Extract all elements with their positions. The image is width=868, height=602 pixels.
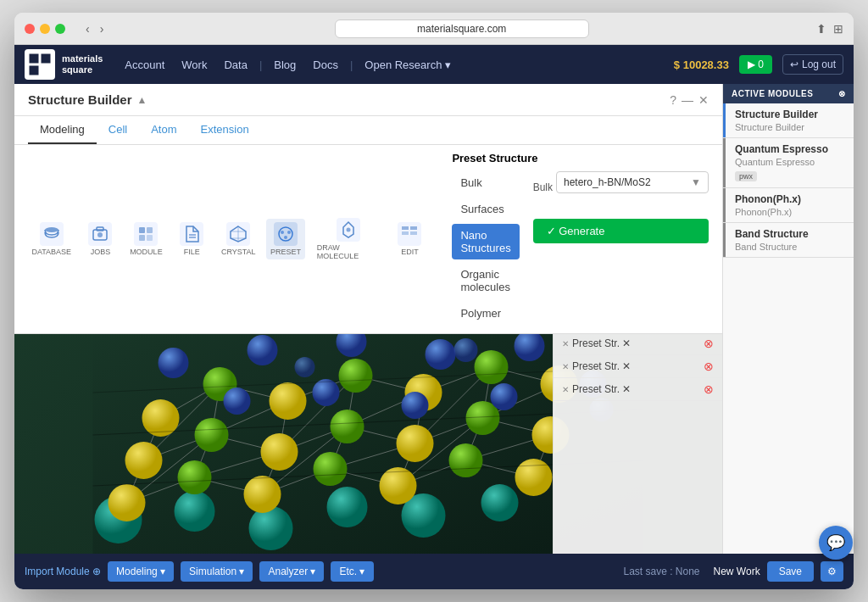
logout-button[interactable]: ↩ Log out [782,54,843,75]
svg-rect-11 [147,235,153,241]
category-bulk[interactable]: Bulk [452,171,519,194]
chat-fab-button[interactable]: 💬 [819,526,853,560]
svg-point-84 [261,433,298,471]
nav-open-research[interactable]: Open Research ▾ [356,45,459,84]
forward-button[interactable]: › [97,20,108,37]
history-item-4[interactable]: ✕ Preset Str. ✕ ⊗ [554,378,722,401]
nav-data[interactable]: Data [215,45,255,84]
tool-edit[interactable]: EDIT [391,219,428,259]
bottom-bar: Import Module ⊕ Modeling ▾ Simulation ▾ … [14,554,854,589]
svg-point-80 [270,382,307,420]
history-item-3[interactable]: ✕ Preset Str. ✕ ⊗ [554,355,722,378]
minimize-panel-icon[interactable]: — [682,93,693,107]
modeling-dropdown[interactable]: Modeling ▾ [108,561,174,582]
svg-point-94 [195,418,229,452]
analyzer-dropdown[interactable]: Analyzer ▾ [259,561,324,582]
svg-point-19 [281,231,284,234]
tab-cell[interactable]: Cell [97,116,139,144]
bulk-label: Bulk [533,181,553,193]
svg-point-78 [481,484,519,521]
sidebar-settings-icon[interactable]: ⊗ [838,89,846,98]
svg-rect-3 [41,65,51,75]
svg-point-88 [244,476,281,513]
category-organic[interactable]: Organic molecules [452,263,519,298]
history-item-2[interactable]: ✕ Preset Str. ✕ ⊗ [554,334,722,355]
url-bar-container: materialsquare.com [114,20,810,38]
svg-point-74 [175,491,215,532]
minimize-btn[interactable] [40,24,50,34]
nav-account[interactable]: Account [116,45,173,84]
structure-panel: 🌐 ≡ [14,334,722,554]
svg-rect-9 [147,227,153,233]
bulk-row: Bulk hetero_h-BN/MoS2 ▼ [533,171,709,203]
save-button[interactable]: Save [767,561,814,582]
nav-work[interactable]: Work [173,45,215,84]
category-polymer[interactable]: Polymer [452,302,519,325]
close-panel-icon[interactable]: ✕ [698,93,709,107]
tab-extension[interactable]: Extension [189,116,261,144]
last-save-label: Last save : None [623,566,699,577]
url-bar[interactable]: materialsquare.com [335,20,589,38]
delete-history-4[interactable]: ⊗ [704,382,714,396]
nav-docs[interactable]: Docs [304,45,347,84]
tab-modeling[interactable]: Modeling [28,116,97,144]
maximize-btn[interactable] [55,24,65,34]
svg-point-21 [284,236,287,239]
module-quantum-espresso[interactable]: Quantum Espresso Quantum Espresso pwx [723,138,854,188]
nav-blog[interactable]: Blog [265,45,304,84]
close-btn[interactable] [25,24,35,34]
active-modules-header: ACTIVE MODULES ⊗ [723,84,854,103]
svg-rect-24 [402,226,409,230]
svg-point-85 [397,425,434,462]
generate-button[interactable]: ✓ Generate [533,219,709,243]
preset-title: Preset Structure [452,152,709,164]
svg-point-98 [314,452,348,486]
main-layout: Structure Builder ▲ ? — ✕ Modeling Cell … [14,84,854,554]
tool-draw-molecule[interactable]: DRAW MOLECULE [312,215,385,264]
simulation-dropdown[interactable]: Simulation ▾ [181,561,253,582]
tool-module[interactable]: MODULE [125,219,166,259]
tool-database[interactable]: DATABASE [28,219,75,259]
navbar-right: $ 10028.33 ▶ 0 ↩ Log out [674,54,843,75]
help-icon[interactable]: ? [670,93,676,107]
preset-structure-section: Preset Structure Bulk Surfaces Nano Stru… [452,152,709,326]
preset-dropdown[interactable]: hetero_h-BN/MoS2 ▼ [556,171,709,193]
tool-jobs[interactable]: JOBS [81,219,119,259]
bottom-settings-button[interactable]: ⚙ [821,561,843,582]
tool-crystal[interactable]: CRYSTAL [217,219,259,259]
svg-point-75 [249,506,293,550]
svg-point-87 [108,484,146,521]
collapse-icon[interactable]: ▲ [137,94,147,106]
svg-rect-0 [29,53,39,64]
svg-point-76 [327,487,368,527]
svg-point-20 [287,231,291,234]
module-phonon[interactable]: Phonon(Ph.x) Phonon(Ph.x) [723,188,854,223]
module-band-structure[interactable]: Band Structure Band Structure [723,223,854,258]
svg-point-110 [295,357,315,377]
panel-header: Structure Builder ▲ ? — ✕ [14,84,722,116]
delete-history-3[interactable]: ⊗ [704,360,714,373]
history-panel: HISTORY 🌐 ≡ ↑ OpenDB ↑ [553,334,722,554]
svg-point-107 [402,392,429,419]
play-button[interactable]: ▶ 0 [739,55,772,74]
share-icon: ⬆ [816,22,826,36]
svg-point-101 [248,335,278,365]
import-module-button[interactable]: Import Module ⊕ [25,566,101,577]
svg-point-106 [313,379,340,406]
category-nanostructures[interactable]: Nano Structures [452,224,519,259]
back-button[interactable]: ‹ [82,20,93,37]
tab-atom[interactable]: Atom [139,116,188,144]
balance-display: $ 10028.33 [674,59,729,71]
nav-sep2: | [347,59,356,71]
svg-point-103 [426,339,456,370]
category-surfaces[interactable]: Surfaces [452,198,519,220]
svg-rect-2 [29,65,39,75]
molecule-viz[interactable]: HISTORY 🌐 ≡ ↑ OpenDB ↑ [14,334,722,554]
tool-preset[interactable]: PRESET [266,219,305,259]
delete-history-2[interactable]: ⊗ [704,337,714,350]
module-structure-builder[interactable]: Structure Builder Structure Builder [723,103,854,138]
dropdown-arrow-icon: ▼ [691,176,701,188]
svg-point-108 [491,383,518,410]
etc-dropdown[interactable]: Etc. ▾ [331,561,373,582]
tool-file[interactable]: FILE [173,219,210,259]
